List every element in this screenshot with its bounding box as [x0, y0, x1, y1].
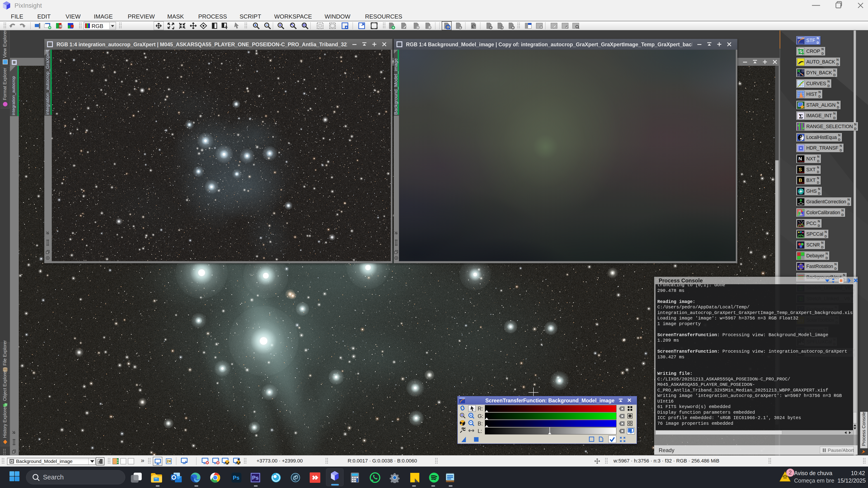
svg-text:Σ: Σ: [799, 113, 803, 120]
svg-text:Ps: Ps: [233, 475, 239, 481]
svg-text:XTerminator: XTerminator: [798, 171, 805, 173]
svg-text:Ps: Ps: [252, 475, 258, 481]
svg-text:XTerminator: XTerminator: [798, 182, 805, 184]
svg-text:XTerminator: XTerminator: [798, 161, 805, 162]
